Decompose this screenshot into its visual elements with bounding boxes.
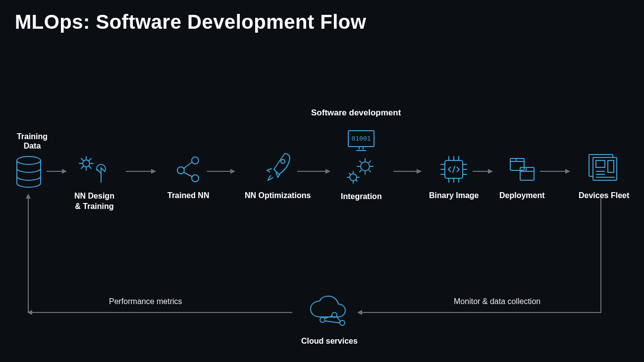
node-deployment: Deployment xyxy=(499,155,545,200)
binary-image-label: Binary Image xyxy=(429,191,479,200)
arrow-1 xyxy=(47,171,66,172)
node-binary-image: Binary Image xyxy=(429,155,479,200)
svg-line-37 xyxy=(356,180,357,181)
svg-point-12 xyxy=(192,157,199,164)
nn-opt-label: NN Optimizations xyxy=(245,191,311,200)
svg-text:01001: 01001 xyxy=(352,135,371,142)
feedback-down-right xyxy=(600,198,601,313)
svg-line-30 xyxy=(369,161,371,162)
svg-line-29 xyxy=(360,170,361,172)
network-nodes-icon xyxy=(173,155,203,186)
svg-line-6 xyxy=(81,158,83,160)
integration-label: Integration xyxy=(341,192,382,201)
node-training-data xyxy=(15,155,43,190)
boxes-icon xyxy=(506,155,538,186)
svg-line-8 xyxy=(81,166,83,168)
feedback-right-label: Monitor & data collection xyxy=(454,297,540,306)
training-data-label: TrainingData xyxy=(10,132,54,151)
node-integration: 01001 Integration xyxy=(341,129,382,201)
arrow-4 xyxy=(297,171,330,172)
arrow-6 xyxy=(473,171,492,172)
page-title: MLOps: Software Development Flow xyxy=(15,11,366,33)
arrow-5 xyxy=(393,171,421,172)
svg-line-65 xyxy=(325,321,340,323)
svg-point-11 xyxy=(177,167,184,174)
svg-point-13 xyxy=(192,175,199,182)
arrow-7 xyxy=(540,171,570,172)
svg-point-22 xyxy=(361,162,370,171)
svg-point-1 xyxy=(83,160,90,167)
svg-line-27 xyxy=(360,161,361,162)
feedback-up-left xyxy=(28,194,29,313)
section-label-software-dev: Software development xyxy=(311,108,401,118)
svg-line-7 xyxy=(89,166,91,168)
node-nn-design: NN Design & Training xyxy=(74,155,114,212)
node-cloud-services: Cloud services xyxy=(301,295,358,346)
trained-nn-label: Trained NN xyxy=(167,191,209,200)
feedback-cloud-to-left xyxy=(28,312,292,313)
svg-rect-52 xyxy=(520,167,534,180)
cloud-services-label: Cloud services xyxy=(301,337,358,346)
feedback-left-label: Performance metrics xyxy=(109,297,182,306)
devices-fleet-label: Devices Fleet xyxy=(579,191,629,200)
svg-point-31 xyxy=(350,174,357,181)
svg-point-16 xyxy=(281,159,285,163)
svg-line-14 xyxy=(184,162,192,168)
binary-monitor-icon: 01001 xyxy=(343,129,379,155)
svg-point-0 xyxy=(17,156,41,164)
svg-line-9 xyxy=(89,158,91,160)
gears-icon xyxy=(344,156,378,187)
arrow-2 xyxy=(126,171,156,172)
chip-code-icon xyxy=(438,155,470,186)
svg-line-36 xyxy=(349,173,350,174)
node-trained-nn: Trained NN xyxy=(167,155,209,200)
svg-rect-51 xyxy=(510,158,524,170)
svg-line-28 xyxy=(369,170,371,172)
svg-point-60 xyxy=(320,317,325,322)
svg-line-15 xyxy=(184,172,192,177)
rocket-icon xyxy=(262,151,294,186)
node-nn-opt: NN Optimizations xyxy=(245,151,311,200)
cloud-network-icon xyxy=(306,295,353,332)
database-icon xyxy=(15,155,43,190)
arrow-3 xyxy=(207,171,235,172)
gears-wrench-icon xyxy=(76,155,112,186)
feedback-right-to-cloud xyxy=(358,312,601,313)
nn-design-label: NN Design & Training xyxy=(74,191,114,212)
node-devices-fleet: Devices Fleet xyxy=(579,152,629,200)
devices-boards-icon xyxy=(586,152,622,186)
deployment-label: Deployment xyxy=(499,191,545,200)
